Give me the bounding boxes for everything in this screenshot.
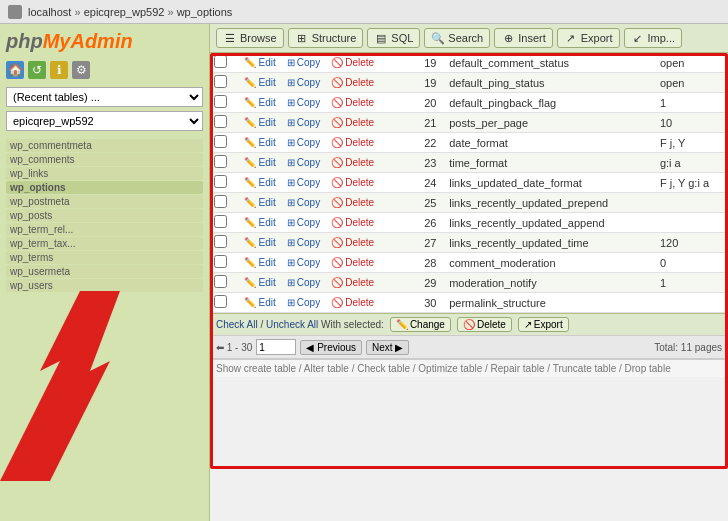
bottom-change-label: Change [410,319,445,330]
edit-button[interactable]: ✏️ Edit [240,256,279,269]
copy-button[interactable]: ⊞ Copy [283,116,324,129]
delete-button[interactable]: 🚫 Delete [327,156,378,169]
insert-button[interactable]: ⊕ Insert [494,28,553,48]
sidebar-table-commentmeta[interactable]: wp_commentmeta [6,139,203,152]
copy-button[interactable]: ⊞ Copy [283,136,324,149]
delete-button[interactable]: 🚫 Delete [327,116,378,129]
copy-icon: ⊞ [287,257,295,268]
table-row: ✏️ Edit ⊞ Copy 🚫 Delete 28 comment_moder… [210,253,728,273]
row-checkbox[interactable] [214,195,227,208]
delete-button[interactable]: 🚫 Delete [327,216,378,229]
sidebar-table-termrel[interactable]: wp_term_rel... [6,223,203,236]
row-checkbox[interactable] [214,175,227,188]
sidebar-table-posts[interactable]: wp_posts [6,209,203,222]
delete-button[interactable]: 🚫 Delete [327,296,378,309]
search-button[interactable]: 🔍 Search [424,28,490,48]
row-checkbox[interactable] [214,255,227,268]
delete-button[interactable]: 🚫 Delete [327,256,378,269]
edit-button[interactable]: ✏️ Edit [240,156,279,169]
row-checkbox-cell [210,173,236,193]
check-all-link[interactable]: Check All [216,319,258,330]
structure-button[interactable]: ⊞ Structure [288,28,364,48]
row-actions: ✏️ Edit ⊞ Copy 🚫 Delete [236,53,420,73]
delete-button[interactable]: 🚫 Delete [327,96,378,109]
row-checkbox[interactable] [214,275,227,288]
row-checkbox-cell [210,113,236,133]
edit-button[interactable]: ✏️ Edit [240,76,279,89]
sidebar-table-postmeta[interactable]: wp_postmeta [6,195,203,208]
export-button[interactable]: ↗ Export [557,28,620,48]
settings-icon[interactable]: ⚙ [72,61,90,79]
edit-button[interactable]: ✏️ Edit [240,196,279,209]
bottom-export-button[interactable]: ↗ Export [518,317,569,332]
copy-label: Copy [297,77,320,88]
edit-button[interactable]: ✏️ Edit [240,276,279,289]
delete-button[interactable]: 🚫 Delete [327,196,378,209]
prev-page-button[interactable]: ◀ Previous [300,340,362,355]
row-checkbox[interactable] [214,295,227,308]
row-checkbox[interactable] [214,115,227,128]
delete-button[interactable]: 🚫 Delete [327,176,378,189]
copy-button[interactable]: ⊞ Copy [283,176,324,189]
database-select[interactable]: epicqrep_wp592 [6,111,203,131]
delete-label: Delete [345,157,374,168]
copy-icon: ⊞ [287,117,295,128]
sidebar-table-users[interactable]: wp_users [6,279,203,292]
table-row: ✏️ Edit ⊞ Copy 🚫 Delete 19 default_comme… [210,53,728,73]
row-actions: ✏️ Edit ⊞ Copy 🚫 Delete [236,293,420,313]
home-icon[interactable]: 🏠 [6,61,24,79]
copy-button[interactable]: ⊞ Copy [283,56,324,69]
bottom-change-button[interactable]: ✏️ Change [390,317,451,332]
edit-button[interactable]: ✏️ Edit [240,96,279,109]
reload-icon[interactable]: ↺ [28,61,46,79]
edit-button[interactable]: ✏️ Edit [240,116,279,129]
row-checkbox[interactable] [214,135,227,148]
sidebar-table-terms[interactable]: wp_terms [6,251,203,264]
copy-button[interactable]: ⊞ Copy [283,256,324,269]
delete-button[interactable]: 🚫 Delete [327,236,378,249]
copy-button[interactable]: ⊞ Copy [283,196,324,209]
sidebar-table-termtax[interactable]: wp_term_tax... [6,237,203,250]
delete-button[interactable]: 🚫 Delete [327,276,378,289]
edit-button[interactable]: ✏️ Edit [240,136,279,149]
row-checkbox[interactable] [214,155,227,168]
edit-button[interactable]: ✏️ Edit [240,236,279,249]
delete-button[interactable]: 🚫 Delete [327,76,378,89]
sql-button[interactable]: ▤ SQL [367,28,420,48]
row-checkbox[interactable] [214,55,227,68]
recent-tables-select[interactable]: (Recent tables) ... [6,87,203,107]
sidebar-table-options[interactable]: wp_options [6,181,203,194]
delete-button[interactable]: 🚫 Delete [327,136,378,149]
copy-button[interactable]: ⊞ Copy [283,76,324,89]
edit-label: Edit [258,57,275,68]
table-row: ✏️ Edit ⊞ Copy 🚫 Delete 26 links_recentl… [210,213,728,233]
row-checkbox[interactable] [214,215,227,228]
row-checkbox-cell [210,233,236,253]
copy-button[interactable]: ⊞ Copy [283,296,324,309]
copy-button[interactable]: ⊞ Copy [283,276,324,289]
next-page-button[interactable]: Next ▶ [366,340,409,355]
delete-label: Delete [345,57,374,68]
edit-button[interactable]: ✏️ Edit [240,296,279,309]
uncheck-all-link[interactable]: Uncheck All [266,319,318,330]
import-button[interactable]: ↙ Imp... [624,28,683,48]
copy-button[interactable]: ⊞ Copy [283,156,324,169]
sidebar-table-links[interactable]: wp_links [6,167,203,180]
info-icon[interactable]: ℹ [50,61,68,79]
sidebar-table-comments[interactable]: wp_comments [6,153,203,166]
edit-button[interactable]: ✏️ Edit [240,216,279,229]
delete-button[interactable]: 🚫 Delete [327,56,378,69]
sidebar-table-usermeta[interactable]: wp_usermeta [6,265,203,278]
structure-label: Structure [312,32,357,44]
row-checkbox[interactable] [214,95,227,108]
edit-button[interactable]: ✏️ Edit [240,176,279,189]
copy-button[interactable]: ⊞ Copy [283,96,324,109]
copy-button[interactable]: ⊞ Copy [283,236,324,249]
copy-button[interactable]: ⊞ Copy [283,216,324,229]
pagination-input[interactable] [256,339,296,355]
bottom-delete-button[interactable]: 🚫 Delete [457,317,512,332]
browse-button[interactable]: ☰ Browse [216,28,284,48]
edit-button[interactable]: ✏️ Edit [240,56,279,69]
row-checkbox[interactable] [214,235,227,248]
row-checkbox[interactable] [214,75,227,88]
